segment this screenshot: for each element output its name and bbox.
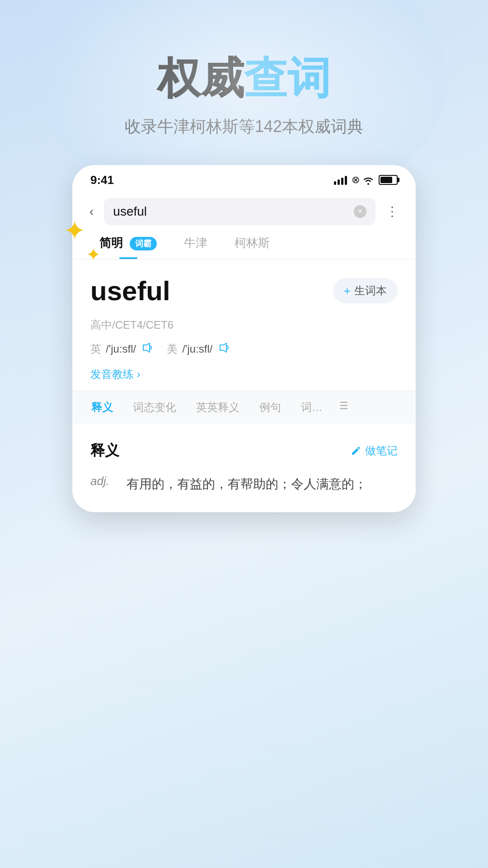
status-bar: 9:41 ⊗: [72, 165, 416, 193]
section-title: 释义: [90, 441, 119, 461]
plus-icon: +: [344, 284, 351, 298]
svg-marker-2: [220, 343, 226, 352]
hero-title-black: 权威: [157, 54, 244, 102]
tab-niujin-label: 牛津: [184, 236, 207, 250]
tab-niujin[interactable]: 牛津: [170, 225, 221, 259]
sub-nav-citai[interactable]: 词态变化: [123, 391, 186, 424]
word-phonetics: 英 /'ju:sfl/ 美 /'ju:sfl/: [72, 338, 416, 364]
svg-marker-1: [143, 343, 150, 352]
more-button[interactable]: ⋮: [382, 200, 402, 222]
signal-bar-4: [345, 176, 347, 185]
signal-icon: [334, 175, 347, 185]
phone-mockup: ✦ ✦ 9:41 ⊗: [72, 165, 416, 513]
uk-ipa: /'ju:sfl/: [106, 343, 136, 355]
clear-button[interactable]: ×: [354, 205, 366, 218]
signal-bar-2: [338, 179, 340, 185]
uk-phonetic: 英 /'ju:sfl/: [90, 341, 153, 357]
wifi-icon: ⊗: [352, 174, 374, 186]
pos-label: adj.: [90, 474, 117, 488]
add-vocab-button[interactable]: + 生词本: [333, 278, 398, 303]
sparkle-large-icon: ✦: [63, 215, 86, 246]
svg-point-0: [367, 183, 369, 185]
hero-subtitle: 收录牛津柯林斯等142本权威词典: [0, 116, 488, 138]
definition-section: 释义 做笔记 adj. 有用的，有益的，有帮助的；令人满意的；: [72, 427, 416, 513]
battery-fill: [380, 177, 392, 183]
word-title: useful: [90, 275, 170, 307]
sub-nav-yiyi[interactable]: 释义: [81, 391, 123, 424]
definition-text: 有用的，有益的，有帮助的；令人满意的；: [127, 474, 398, 495]
us-phonetic: 美 /'ju:sfl/: [167, 341, 230, 357]
word-level: 高中/CET4/CET6: [72, 318, 416, 338]
us-ipa: /'ju:sfl/: [182, 343, 212, 355]
pencil-icon: [351, 445, 361, 456]
hero-title-blue: 查词: [244, 54, 331, 102]
sub-nav: 释义 词态变化 英英释义 例句 词… ☰: [72, 391, 416, 424]
add-vocab-label: 生词本: [354, 283, 387, 298]
signal-bar-1: [334, 181, 336, 185]
definition-row: adj. 有用的，有益的，有帮助的；令人满意的；: [90, 470, 398, 499]
battery-icon: [379, 175, 398, 185]
tab-kelins-label: 柯林斯: [235, 236, 270, 250]
pronunciation-link[interactable]: 发音教练 ›: [72, 364, 416, 391]
status-icons: ⊗: [334, 174, 398, 186]
notes-button[interactable]: 做笔记: [351, 443, 398, 458]
signal-bar-3: [341, 178, 343, 185]
search-area: ‹ useful × ⋮: [72, 193, 416, 225]
sub-nav-more-icon[interactable]: ☰: [333, 391, 355, 424]
back-button[interactable]: ‹: [86, 201, 97, 222]
sub-nav-liju[interactable]: 例句: [249, 391, 291, 424]
section-header: 释义 做笔记: [90, 441, 398, 461]
us-sound-icon[interactable]: [217, 341, 230, 357]
status-time: 9:41: [90, 173, 114, 187]
search-query: useful: [113, 204, 147, 219]
tab-badge-cidba: 词霸: [130, 237, 157, 250]
word-header: useful + 生词本: [72, 259, 416, 318]
sparkle-small-icon: ✦: [86, 244, 101, 265]
tab-jianming-label: 简明: [99, 236, 123, 250]
us-label: 美: [167, 342, 178, 356]
phone-screen: 9:41 ⊗: [72, 165, 416, 513]
uk-label: 英: [90, 342, 101, 356]
tab-kelins[interactable]: 柯林斯: [221, 225, 283, 259]
dict-content: useful + 生词本 高中/CET4/CET6 英 /'ju:sfl/: [72, 259, 416, 513]
uk-sound-icon[interactable]: [141, 341, 153, 357]
hero-section: 权威查词 收录牛津柯林斯等142本权威词典: [0, 0, 488, 165]
sub-nav-ci[interactable]: 词…: [291, 391, 333, 424]
notes-label: 做笔记: [365, 443, 398, 458]
sub-nav-yingyingyi[interactable]: 英英释义: [186, 391, 249, 424]
tabs-bar: 简明 词霸 牛津 柯林斯: [72, 225, 416, 259]
search-box[interactable]: useful ×: [104, 198, 375, 225]
hero-title: 权威查词: [0, 54, 488, 102]
